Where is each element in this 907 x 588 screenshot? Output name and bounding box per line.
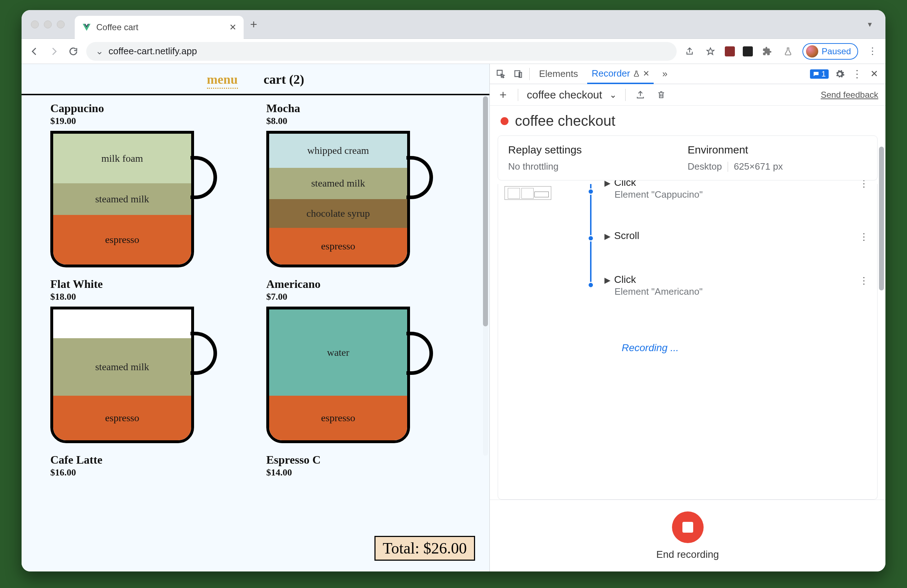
coffee-item: Mocha$8.00whipped creamsteamed milkchoco…	[266, 102, 461, 271]
throttling-value[interactable]: No throttling	[508, 161, 688, 172]
new-recording-icon[interactable]: +	[497, 88, 509, 102]
chevron-down-icon[interactable]: ▾	[863, 18, 876, 31]
forward-button[interactable]	[47, 45, 60, 58]
toolbar-actions: Paused ⋮	[683, 43, 879, 60]
stop-icon	[683, 522, 693, 533]
total-box[interactable]: Total: $26.00	[375, 536, 475, 561]
minimize-window-button[interactable]	[44, 21, 52, 29]
mug-layer: milk foam	[53, 134, 191, 183]
back-button[interactable]	[28, 45, 41, 58]
nav-menu-link[interactable]: menu	[207, 72, 238, 89]
flask-icon	[633, 70, 640, 77]
coffee-item: Cafe Latte$16.00	[50, 453, 245, 482]
coffee-price: $19.00	[50, 116, 245, 127]
nav-cart-link[interactable]: cart (2)	[264, 72, 304, 89]
mug-layer: steamed milk	[53, 338, 191, 396]
step-item[interactable]: ▶Click Element "Americano" ⋮	[604, 274, 869, 297]
mug-layer: whipped cream	[269, 134, 407, 168]
coffee-price: $16.00	[50, 467, 245, 478]
mug-handle	[406, 332, 433, 375]
step-menu-icon[interactable]: ⋮	[859, 180, 869, 189]
toolbar: ⌄ coffee-cart.netlify.app Paused ⋮	[22, 39, 885, 64]
page-nav: menu cart (2)	[22, 64, 489, 95]
close-tab-icon[interactable]: ✕	[229, 22, 236, 32]
coffee-price: $18.00	[50, 292, 245, 302]
mug-body: waterespresso	[266, 307, 410, 443]
coffee-item: Espresso C$14.00	[266, 453, 461, 482]
step-item[interactable]: ▶Click Element "Cappucino" ⋮	[604, 180, 869, 200]
coffee-mug[interactable]: milk foamsteamed milkespresso	[50, 131, 219, 271]
step-thumbnail	[505, 186, 551, 200]
mug-layer: chocolate syrup	[269, 199, 407, 228]
replay-settings-heading: Replay settings	[508, 144, 688, 156]
bookmark-star-icon[interactable]	[704, 45, 717, 58]
coffee-mug[interactable]: whipped creamsteamed milkchocolate syrup…	[266, 131, 435, 271]
expand-chevron-icon[interactable]: ▶	[604, 276, 611, 285]
message-icon	[813, 71, 819, 77]
settings-gear-icon[interactable]	[834, 69, 846, 79]
step-menu-icon[interactable]: ⋮	[859, 231, 869, 243]
tab-elements[interactable]: Elements	[535, 65, 582, 83]
coffee-name: Flat White	[50, 277, 245, 291]
experiments-flask-icon[interactable]	[782, 45, 795, 58]
site-info-chevron-icon[interactable]: ⌄	[96, 46, 104, 57]
step-menu-icon[interactable]: ⋮	[859, 275, 869, 287]
maximize-window-button[interactable]	[57, 21, 65, 29]
recording-selector[interactable]: coffee checkout ⌄	[527, 89, 617, 101]
coffee-name: Americano	[266, 277, 461, 291]
step-item[interactable]: ▶Scroll ⋮	[604, 230, 869, 242]
coffee-mug[interactable]: steamed milkespresso	[50, 307, 219, 447]
share-icon[interactable]	[683, 45, 696, 58]
recording-title: coffee checkout	[515, 113, 615, 129]
recording-status: Recording ...	[622, 342, 679, 354]
titlebar: Coffee cart ✕ + ▾	[22, 10, 885, 39]
coffee-name: Cafe Latte	[50, 453, 245, 466]
mug-layer: espresso	[269, 396, 407, 440]
coffee-price: $7.00	[266, 292, 461, 302]
export-icon[interactable]	[634, 90, 646, 99]
browser-tab[interactable]: Coffee cart ✕	[75, 16, 244, 39]
reload-button[interactable]	[67, 45, 80, 58]
send-feedback-link[interactable]: Send feedback	[821, 90, 878, 100]
steps-area: ▶Click Element "Cappucino" ⋮ ▶Scroll ⋮ ▶…	[490, 180, 885, 500]
mug-layer: espresso	[53, 396, 191, 440]
coffee-item: Americano$7.00waterespresso	[266, 277, 461, 447]
new-tab-button[interactable]: +	[250, 17, 257, 31]
page-viewport: menu cart (2) Cappucino$19.00milk foamst…	[22, 64, 489, 572]
page-scrollbar[interactable]	[483, 96, 488, 456]
extensions-puzzle-icon[interactable]	[761, 45, 774, 58]
mug-body: steamed milkespresso	[50, 307, 194, 443]
content-area: menu cart (2) Cappucino$19.00milk foamst…	[22, 64, 885, 572]
devtools-scrollbar[interactable]	[879, 85, 884, 337]
chevron-down-icon: ⌄	[609, 90, 617, 100]
devtools-panel: Elements Recorder ✕ » 1 ⋮ ✕ +	[489, 64, 885, 572]
recorder-toolbar: + coffee checkout ⌄ Send feedback	[490, 84, 885, 106]
messages-badge[interactable]: 1	[810, 69, 828, 79]
coffee-item: Flat White$18.00steamed milkespresso	[50, 277, 245, 447]
stop-recording-button[interactable]	[672, 511, 703, 543]
close-recorder-tab-icon[interactable]: ✕	[643, 69, 649, 79]
mug-body: milk foamsteamed milkespresso	[50, 131, 194, 268]
browser-menu-icon[interactable]: ⋮	[866, 45, 879, 58]
inspect-element-icon[interactable]	[495, 69, 507, 79]
mug-layer: steamed milk	[269, 168, 407, 199]
mug-handle	[191, 156, 217, 199]
window-controls	[31, 21, 65, 29]
extension-icon-2[interactable]	[743, 46, 753, 56]
device-toggle-icon[interactable]	[512, 69, 524, 79]
more-tabs-icon[interactable]: »	[659, 68, 671, 79]
expand-chevron-icon[interactable]: ▶	[604, 232, 611, 241]
close-window-button[interactable]	[31, 21, 39, 29]
mug-layer: espresso	[269, 228, 407, 264]
devtools-menu-icon[interactable]: ⋮	[851, 68, 863, 80]
expand-chevron-icon[interactable]: ▶	[604, 180, 611, 187]
timeline-node	[588, 282, 594, 288]
close-devtools-icon[interactable]: ✕	[868, 68, 880, 79]
extension-icon-1[interactable]	[725, 46, 735, 56]
tab-recorder[interactable]: Recorder ✕	[587, 64, 654, 84]
address-bar[interactable]: ⌄ coffee-cart.netlify.app	[86, 42, 677, 61]
profile-paused-pill[interactable]: Paused	[803, 43, 858, 60]
end-recording-section: End recording	[490, 500, 885, 572]
delete-icon[interactable]	[655, 90, 667, 99]
coffee-mug[interactable]: waterespresso	[266, 307, 435, 447]
